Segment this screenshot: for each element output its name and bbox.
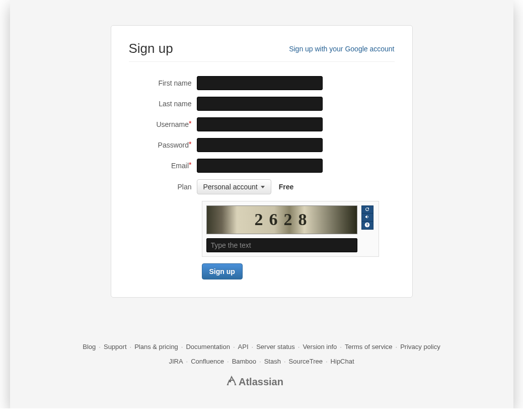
captcha-text: 2628	[255, 210, 313, 229]
signup-button[interactable]: Sign up	[202, 263, 243, 279]
footer-link[interactable]: Privacy policy	[400, 343, 440, 351]
captcha-image: 2628	[206, 205, 357, 234]
footer-link[interactable]: Version info	[303, 343, 337, 351]
chevron-down-icon	[261, 186, 265, 188]
card-header: Sign up Sign up with your Google account	[129, 41, 395, 62]
password-label: Password*	[129, 141, 197, 149]
last-name-input[interactable]	[197, 97, 323, 111]
footer-link[interactable]: Documentation	[186, 343, 230, 351]
separator-dot: ·	[259, 358, 261, 365]
footer-link[interactable]: Bamboo	[232, 358, 256, 365]
footer-link[interactable]: Blog	[83, 343, 96, 351]
separator-dot: ·	[186, 358, 188, 365]
footer: Blog·Support·Plans & pricing·Documentati…	[10, 343, 513, 388]
separator-dot: ·	[326, 358, 328, 365]
separator-dot: ·	[130, 343, 132, 351]
google-signup-link[interactable]: Sign up with your Google account	[289, 45, 394, 53]
separator-dot: ·	[181, 343, 183, 351]
refresh-icon	[364, 206, 370, 213]
username-input[interactable]	[197, 117, 323, 131]
svg-text:Atlassian: Atlassian	[239, 376, 283, 387]
footer-link[interactable]: API	[238, 343, 249, 351]
first-name-label: First name	[129, 79, 197, 87]
email-input[interactable]	[197, 159, 323, 173]
captcha-help-button[interactable]	[361, 222, 373, 230]
brand-logo: Atlassian	[10, 375, 513, 388]
plan-price: Free	[279, 183, 294, 191]
email-label: Email*	[129, 162, 197, 170]
separator-dot: ·	[227, 358, 229, 365]
page-title: Sign up	[129, 41, 173, 56]
footer-link[interactable]: HipChat	[331, 358, 354, 365]
footer-link[interactable]: Stash	[264, 358, 281, 365]
separator-dot: ·	[233, 343, 235, 351]
captcha-audio-button[interactable]	[361, 214, 373, 222]
plan-dropdown[interactable]: Personal account	[197, 179, 271, 194]
captcha-refresh-button[interactable]	[361, 205, 373, 214]
footer-link[interactable]: Support	[104, 343, 127, 351]
signup-card: Sign up Sign up with your Google account…	[111, 25, 413, 298]
separator-dot: ·	[252, 343, 254, 351]
separator-dot: ·	[298, 343, 300, 351]
separator-dot: ·	[99, 343, 101, 351]
username-label: Username*	[129, 120, 197, 128]
audio-icon	[364, 214, 370, 221]
separator-dot: ·	[340, 343, 342, 351]
help-icon	[364, 222, 370, 229]
footer-link[interactable]: Plans & pricing	[134, 343, 178, 351]
footer-row-1: Blog·Support·Plans & pricing·Documentati…	[10, 343, 513, 351]
separator-dot: ·	[396, 343, 398, 351]
footer-link[interactable]: JIRA	[169, 358, 183, 365]
footer-link[interactable]: SourceTree	[289, 358, 323, 365]
plan-label: Plan	[129, 183, 197, 191]
separator-dot: ·	[284, 358, 286, 365]
captcha-input[interactable]	[206, 238, 357, 252]
first-name-input[interactable]	[197, 76, 323, 90]
footer-link[interactable]: Confluence	[191, 358, 224, 365]
footer-link[interactable]: Terms of service	[345, 343, 393, 351]
footer-row-2: JIRA·Confluence·Bamboo·Stash·SourceTree·…	[10, 358, 513, 365]
page-container: Sign up Sign up with your Google account…	[10, 0, 513, 408]
plan-selected-label: Personal account	[203, 183, 258, 191]
captcha-container: 2628	[202, 201, 379, 257]
footer-link[interactable]: Server status	[256, 343, 295, 351]
last-name-label: Last name	[129, 100, 197, 108]
password-input[interactable]	[197, 138, 323, 152]
